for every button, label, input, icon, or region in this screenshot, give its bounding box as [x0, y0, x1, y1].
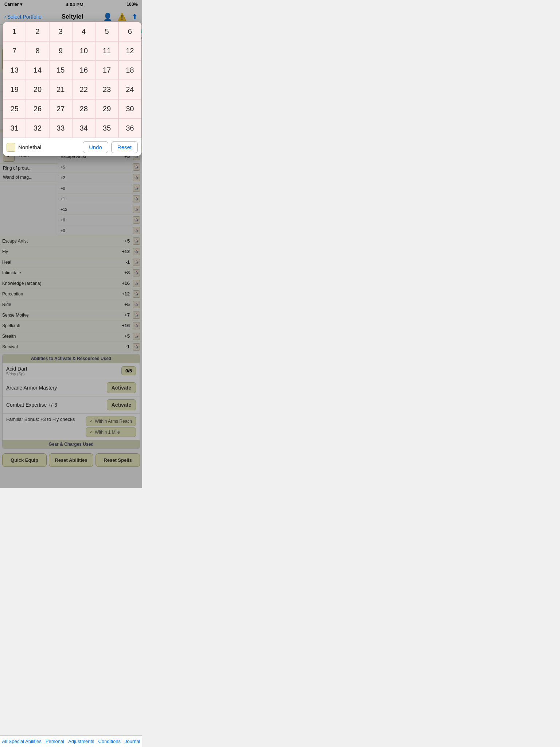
damage-cell-17[interactable]: 17: [95, 61, 118, 80]
damage-cell-22[interactable]: 22: [72, 80, 95, 99]
damage-cell-18[interactable]: 18: [118, 61, 141, 80]
damage-cell-16[interactable]: 16: [72, 61, 95, 80]
damage-cell-6[interactable]: 6: [118, 22, 141, 41]
damage-cell-12[interactable]: 12: [118, 41, 141, 61]
undo-button[interactable]: Undo: [83, 141, 108, 153]
damage-cell-4[interactable]: 4: [72, 22, 95, 41]
damage-cell-3[interactable]: 3: [49, 22, 72, 41]
reset-button[interactable]: Reset: [111, 141, 138, 153]
damage-cell-14[interactable]: 14: [26, 61, 49, 80]
damage-modal: 1234567891011121314151617181920212223242…: [3, 22, 141, 156]
damage-cell-28[interactable]: 28: [72, 99, 95, 119]
damage-cell-20[interactable]: 20: [26, 80, 49, 99]
damage-cell-5[interactable]: 5: [95, 22, 118, 41]
damage-cell-31[interactable]: 31: [3, 119, 26, 138]
damage-cell-9[interactable]: 9: [49, 41, 72, 61]
damage-cell-23[interactable]: 23: [95, 80, 118, 99]
damage-cell-19[interactable]: 19: [3, 80, 26, 99]
damage-cell-21[interactable]: 21: [49, 80, 72, 99]
damage-cell-33[interactable]: 33: [49, 119, 72, 138]
damage-footer: Nonlethal Undo Reset: [3, 138, 141, 156]
damage-cell-8[interactable]: 8: [26, 41, 49, 61]
damage-cell-11[interactable]: 11: [95, 41, 118, 61]
damage-cell-34[interactable]: 34: [72, 119, 95, 138]
damage-cell-15[interactable]: 15: [49, 61, 72, 80]
damage-cell-13[interactable]: 13: [3, 61, 26, 80]
nonlethal-label: Nonlethal: [18, 144, 41, 150]
damage-cell-24[interactable]: 24: [118, 80, 141, 99]
damage-cell-1[interactable]: 1: [3, 22, 26, 41]
damage-cell-27[interactable]: 27: [49, 99, 72, 119]
damage-cell-25[interactable]: 25: [3, 99, 26, 119]
page-wrapper: Carrier ▾ 4:04 PM 100% ‹ Select Portfoli…: [0, 0, 142, 488]
damage-cell-2[interactable]: 2: [26, 22, 49, 41]
damage-cell-29[interactable]: 29: [95, 99, 118, 119]
damage-cell-36[interactable]: 36: [118, 119, 141, 138]
damage-cell-26[interactable]: 26: [26, 99, 49, 119]
damage-cell-35[interactable]: 35: [95, 119, 118, 138]
nonlethal-checkbox[interactable]: [7, 143, 15, 152]
damage-cell-32[interactable]: 32: [26, 119, 49, 138]
damage-cell-7[interactable]: 7: [3, 41, 26, 61]
damage-cell-10[interactable]: 10: [72, 41, 95, 61]
damage-grid: 1234567891011121314151617181920212223242…: [3, 22, 141, 138]
damage-cell-30[interactable]: 30: [118, 99, 141, 119]
